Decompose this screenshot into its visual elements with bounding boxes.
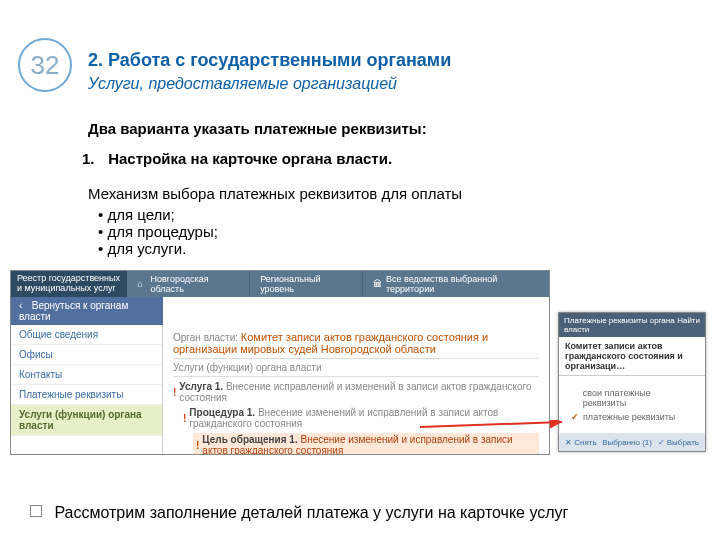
mechanism-item: для процедуры;: [98, 223, 462, 240]
slide-number-badge: 32: [18, 38, 72, 92]
mechanism-item: для услуги.: [98, 240, 462, 257]
popup-title: Платежные реквизиты органа власти: [564, 316, 677, 334]
popup-clear[interactable]: ✕ Снять: [565, 438, 597, 447]
content-pane: Орган власти: Комитет записи актов гражд…: [163, 325, 549, 455]
slide-header: 2. Работа с государственными органами Ус…: [88, 50, 700, 93]
check-icon: ✓: [571, 412, 579, 422]
goal-row[interactable]: ! Цель обращения 1. Внесение изменений и…: [193, 433, 539, 455]
service-row[interactable]: ! Услуга 1. Внесение исправлений и измен…: [173, 381, 539, 403]
warning-icon: !: [183, 413, 186, 424]
breadcrumb-dept[interactable]: Все ведомства выбранной территории: [363, 271, 549, 297]
back-link[interactable]: Вернуться к органам власти: [11, 297, 163, 325]
procedure-row[interactable]: ! Процедура 1. Внесение изменений и испр…: [183, 407, 539, 429]
warning-icon: !: [173, 387, 176, 398]
popup-option-own[interactable]: свои платежные реквизиты: [571, 388, 693, 408]
step-1: 1. Настройка на карточке органа власти.: [82, 150, 392, 167]
nav-services[interactable]: Услуги (функции) органа власти: [11, 405, 162, 436]
side-nav: Общие сведения Офисы Контакты Платежные …: [11, 325, 163, 455]
popup-search[interactable]: Найти: [677, 316, 700, 334]
warning-icon: !: [196, 440, 199, 451]
breadcrumb-region[interactable]: Новгородская область: [127, 271, 250, 297]
mechanism-item: для цели;: [98, 206, 462, 223]
mechanism-block: Механизм выбора платежных реквизитов для…: [88, 185, 462, 257]
section-heading: Услуги (функции) органа власти: [173, 362, 539, 373]
popup-header: Платежные реквизиты органа власти Найти: [559, 313, 705, 337]
top-bar: Реестр государственных и муниципальных у…: [11, 271, 549, 297]
nav-payment[interactable]: Платежные реквизиты: [11, 385, 162, 405]
popup-footer: ✕ Снять Выбранно (1) ✓ Выбрать: [559, 433, 705, 451]
nav-offices[interactable]: Офисы: [11, 345, 162, 365]
registry-logo: Реестр государственных и муниципальных у…: [11, 271, 127, 297]
popup-selected: Выбранно (1): [602, 438, 652, 447]
building-icon: [373, 279, 382, 289]
payment-details-popup: Платежные реквизиты органа власти Найти …: [558, 312, 706, 452]
step-1-text: Настройка на карточке органа власти.: [108, 150, 392, 167]
authority-label: Орган власти:: [173, 332, 238, 343]
intro-text: Два варианта указать платежные реквизиты…: [88, 120, 427, 137]
nav-general[interactable]: Общие сведения: [11, 325, 162, 345]
square-bullet-icon: [30, 505, 42, 517]
popup-option-req[interactable]: ✓ платежные реквизиты: [571, 412, 693, 422]
nav-contacts[interactable]: Контакты: [11, 365, 162, 385]
breadcrumb-level[interactable]: Региональный уровень: [250, 271, 362, 297]
authority-card-screenshot: Реестр государственных и муниципальных у…: [10, 270, 550, 455]
slide-title: 2. Работа с государственными органами: [88, 50, 700, 71]
mechanism-heading: Механизм выбора платежных реквизитов для…: [88, 185, 462, 202]
popup-choose[interactable]: ✓ Выбрать: [658, 438, 699, 447]
step-1-number: 1.: [82, 150, 104, 167]
back-icon: [19, 300, 29, 310]
popup-org: Комитет записи актов гражданского состоя…: [559, 337, 705, 376]
footnote: Рассмотрим заполнение деталей платежа у …: [30, 504, 700, 522]
footnote-text: Рассмотрим заполнение деталей платежа у …: [54, 504, 568, 521]
home-icon: [137, 279, 146, 289]
slide-subtitle: Услуги, предоставляемые организацией: [88, 75, 700, 93]
